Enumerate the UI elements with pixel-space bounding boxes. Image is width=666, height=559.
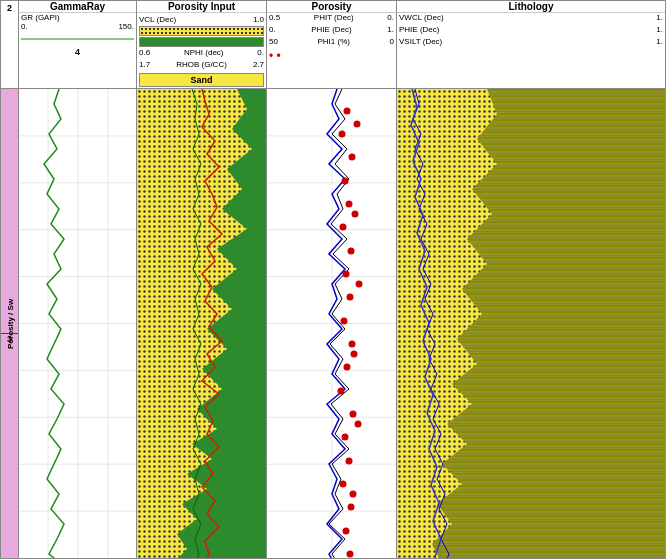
- lith-header-spacer: [397, 49, 665, 73]
- pink-strip: Porosity / Sw 3: [1, 89, 19, 558]
- svg-point-60: [356, 281, 363, 288]
- rhob-label: RHOB (G/CC): [150, 60, 253, 72]
- svg-point-40: [349, 154, 356, 161]
- rhob-scale-right: 2.7: [253, 60, 264, 72]
- gr-scale-left: 0.: [21, 22, 28, 31]
- svg-point-39: [339, 131, 346, 138]
- gr-title: GammaRay: [19, 1, 136, 13]
- main-container: 2 GammaRay GR (GAPI) 0. 150.: [0, 0, 666, 559]
- svg-point-53: [346, 458, 353, 465]
- phie-lith-label: PHIE (Dec): [399, 25, 439, 37]
- gr-scale-label: GR (GAPI): [19, 13, 136, 22]
- svg-point-57: [347, 551, 354, 558]
- vcl-legend: [139, 26, 264, 36]
- lith-track: [397, 89, 665, 558]
- vcl-green-box: [139, 37, 264, 47]
- lith-svg: [397, 89, 665, 558]
- phie-scale-left: 0.: [269, 25, 276, 37]
- vsilt-label: VSILT (Dec): [399, 37, 442, 49]
- por-col-header: Porosity 0.5 PHIT (Dec) 0. 0. PHIE (Dec)…: [267, 1, 397, 88]
- svg-point-61: [351, 351, 358, 358]
- svg-point-49: [344, 364, 351, 371]
- phi1-dots-legend: • •: [267, 49, 396, 63]
- phit-scale-right: 0.: [387, 13, 394, 25]
- phit-label: PHIT (Dec): [280, 13, 387, 25]
- gr-scale-nums: 0. 150.: [19, 22, 136, 31]
- svg-point-48: [349, 341, 356, 348]
- svg-marker-27: [137, 89, 252, 558]
- index-number: 2: [1, 3, 18, 13]
- vwcl-label: VWCL (Dec): [399, 13, 444, 25]
- svg-point-56: [343, 528, 350, 535]
- index-col-header: 2: [1, 1, 19, 88]
- vcl-scale-right: 1.0: [253, 15, 264, 24]
- porosity-track: [267, 89, 397, 558]
- phie-label: PHIE (Dec): [276, 25, 388, 37]
- svg-rect-78: [397, 89, 665, 558]
- lith-title: Lithology: [397, 1, 665, 13]
- pi-svg: [137, 89, 266, 558]
- phie-lith-row: PHIE (Dec) 1.: [397, 25, 665, 37]
- svg-rect-26: [137, 89, 266, 558]
- zone-3-label: 3: [1, 333, 18, 344]
- nphi-label: NPHI (dec): [150, 48, 257, 60]
- lith-col-header: Lithology VWCL (Dec) 1. PHIE (Dec) 1. VS…: [397, 1, 665, 88]
- gr-track: [19, 89, 137, 558]
- phi1-scale-right: 0: [390, 37, 394, 49]
- main-data-row: Porosity / Sw 3: [1, 89, 665, 558]
- svg-point-43: [340, 224, 347, 231]
- nphi-scale-left: 0.6: [139, 48, 150, 60]
- svg-point-59: [352, 211, 359, 218]
- phi1-scale-left: 50: [269, 37, 278, 49]
- svg-point-44: [348, 248, 355, 255]
- phi1-row: 50 PHI1 (%) 0: [267, 37, 396, 49]
- svg-point-41: [342, 178, 349, 185]
- sand-label: Sand: [139, 73, 264, 87]
- gr-header-line: [21, 32, 134, 46]
- svg-point-46: [347, 294, 354, 301]
- svg-point-38: [344, 108, 351, 115]
- header-row: 2 GammaRay GR (GAPI) 0. 150.: [1, 1, 665, 89]
- phie-row: 0. PHIE (Dec) 1.: [267, 25, 396, 37]
- svg-point-55: [348, 504, 355, 511]
- phie-scale-right: 1.: [387, 25, 394, 37]
- svg-point-42: [346, 201, 353, 208]
- phit-scale-left: 0.5: [269, 13, 280, 25]
- vwcl-row: VWCL (Dec) 1.: [397, 13, 665, 25]
- vsilt-scale-right: 1.: [442, 37, 663, 49]
- vcl-row: VCL (Dec) 1.0: [137, 13, 266, 25]
- gr-grid: [19, 89, 136, 558]
- gr-col-header: GammaRay GR (GAPI) 0. 150. 4: [19, 1, 137, 88]
- svg-point-51: [350, 411, 357, 418]
- svg-point-52: [342, 434, 349, 441]
- gr-col-num: 4: [19, 47, 136, 57]
- svg-point-63: [350, 491, 357, 498]
- pi-col-header: Porosity Input VCL (Dec) 1.0 0.6 NPHI (d…: [137, 1, 267, 88]
- svg-point-54: [340, 481, 347, 488]
- svg-point-62: [355, 421, 362, 428]
- vcl-yellow-box: [139, 26, 264, 36]
- phie-lith-scale: 1.: [439, 25, 663, 37]
- svg-point-58: [354, 121, 361, 128]
- por-svg: [267, 89, 396, 558]
- svg-point-47: [341, 318, 348, 325]
- gr-label: GR (GAPI): [21, 13, 60, 22]
- svg-point-50: [338, 388, 345, 395]
- rhob-scale-left: 1.7: [139, 60, 150, 72]
- pi-title: Porosity Input: [137, 1, 266, 13]
- phit-row: 0.5 PHIT (Dec) 0.: [267, 13, 396, 25]
- nphi-row: 0.6 NPHI (dec) 0.: [137, 48, 266, 60]
- svg-marker-79: [397, 89, 497, 558]
- por-title: Porosity: [267, 1, 396, 13]
- nphi-scale-right: 0.: [257, 48, 264, 60]
- green-legend: [139, 37, 264, 47]
- phi1-label: PHI1 (%): [278, 37, 390, 49]
- gr-scale-right: 150.: [118, 22, 134, 31]
- svg-point-45: [343, 271, 350, 278]
- rhob-row: 1.7 RHOB (G/CC) 2.7: [137, 60, 266, 72]
- vsilt-row: VSILT (Dec) 1.: [397, 37, 665, 49]
- vwcl-scale-right: 1.: [444, 13, 663, 25]
- vcl-label: VCL (Dec): [139, 15, 253, 24]
- sand-box-container: Sand: [139, 73, 264, 87]
- pi-track: [137, 89, 267, 558]
